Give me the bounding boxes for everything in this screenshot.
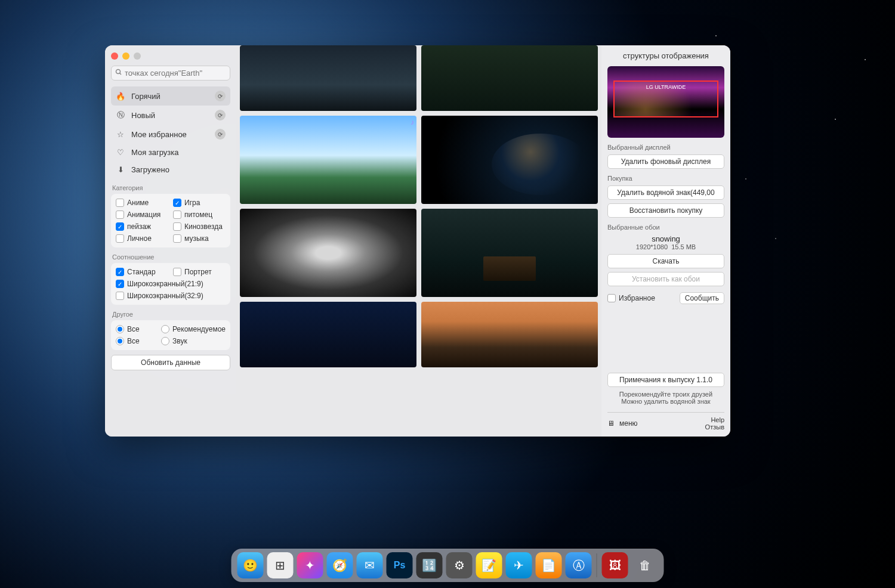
menu-button[interactable]: меню [619,419,638,428]
wallpaper-thumb[interactable]: ♪ [240,116,416,204]
dock-settings[interactable]: ⚙ [446,552,473,578]
dock-safari[interactable]: 🧭 [327,552,353,578]
left-sidebar: 🔥 Горячий ⟳ Ⓝ Новый ⟳ ☆ Мое избранное ⟳ … [105,45,236,437]
remove-watermark-button[interactable]: Удалить водяной знак(449,00 [607,185,724,200]
restore-purchase-button[interactable]: Восстановить покупку [607,203,724,218]
refresh-data-button[interactable]: Обновить данные [111,355,230,370]
cat-game[interactable]: ✓Игра [173,199,226,207]
ratio-standard[interactable]: ✓Стандар [116,268,168,276]
minimize-button[interactable] [122,52,129,60]
refresh-icon[interactable]: ⟳ [215,129,226,140]
panel-title: структуры отображения [607,51,724,60]
selected-display-frame[interactable]: LG ULTRAWIDE [613,81,718,117]
dock-launchpad[interactable]: ⊞ [267,552,294,578]
svg-line-1 [120,73,122,75]
heart-icon: ♡ [116,148,125,157]
wallpaper-size: 15.5 MB [671,243,696,250]
window-controls [111,52,230,60]
other-sound[interactable]: Звук [161,337,226,345]
favorite-checkbox[interactable]: Избранное [607,294,655,302]
dock-notes[interactable]: 📝 [476,552,502,578]
dock-calculator[interactable]: 🔢 [416,552,443,578]
cat-landscape[interactable]: ✓пейзаж [116,222,168,231]
cat-anime[interactable]: Аниме [116,199,168,207]
selected-wall-label: Выбранные обои [607,224,724,231]
cat-music[interactable]: музыка [173,234,226,243]
wallpaper-resolution: 1920*1080 [636,243,668,250]
cat-pet[interactable]: питомец [173,211,226,219]
other-all2[interactable]: Все [116,337,156,345]
other-all1[interactable]: Все [116,325,156,333]
selected-display-label: Выбранный дисплей [607,144,724,151]
flame-icon: 🔥 [116,92,125,101]
dock: 🙂 ⊞ ✦ 🧭 ✉ Ps 🔢 ⚙ 📝 ✈ 📄 Ⓐ 🖼 🗑 [232,549,664,582]
other-group: Все Рекомендуемое Все Звук [111,320,230,350]
wallpaper-thumb[interactable] [240,209,416,297]
refresh-icon[interactable]: ⟳ [215,91,226,101]
search-input[interactable] [125,69,226,78]
wallpaper-thumb[interactable] [421,209,598,297]
wallpaper-thumb[interactable] [240,45,416,111]
app-window: 🔥 Горячий ⟳ Ⓝ Новый ⟳ ☆ Мое избранное ⟳ … [105,45,730,437]
wallpaper-thumb[interactable] [421,302,598,367]
close-button[interactable] [111,52,118,60]
search-icon [115,69,122,78]
nav-downloads[interactable]: ♡ Моя загрузка [111,144,230,161]
ratio-label: Соотношение [112,253,230,261]
wallpaper-thumb[interactable] [240,302,416,367]
report-button[interactable]: Сообщить [680,292,724,304]
recommend-text: Порекомендуйте троих друзей Можно удалит… [607,391,724,405]
download-button[interactable]: Скачать [607,254,724,268]
delete-bg-button[interactable]: Удалить фоновый дисплея [607,154,724,169]
ratio-219[interactable]: ✓Широкоэкранный(21:9) [116,280,226,288]
dock-wallpaper-app[interactable]: 🖼 [602,552,628,578]
category-group: Аниме ✓Игра Анимация питомец ✓пейзаж Кин… [111,194,230,247]
feedback-link[interactable]: Отзыв [705,423,724,431]
dock-pages[interactable]: 📄 [536,552,562,578]
dock-trash[interactable]: 🗑 [632,552,658,578]
music-icon: ♪ [411,118,414,126]
star-icon: ☆ [116,130,125,139]
nav-hot[interactable]: 🔥 Горячий ⟳ [111,86,230,106]
other-recommended[interactable]: Рекомендуемое [161,325,226,333]
dock-finder[interactable]: 🙂 [237,552,264,578]
cat-personal[interactable]: Личное [116,234,168,243]
dock-telegram[interactable]: ✈ [506,552,532,578]
wallpaper-info: snowing 1920*1080 15.5 MB [607,234,724,250]
nav-loaded[interactable]: ⬇ Загружено [111,161,230,178]
nav-new-label: Новый [131,111,155,120]
refresh-icon[interactable]: ⟳ [215,110,226,120]
download-icon: ⬇ [116,165,125,174]
search-field[interactable] [111,66,230,81]
ratio-329[interactable]: Широкоэкранный(32:9) [116,292,226,300]
dock-mail[interactable]: ✉ [357,552,383,578]
display-name-label: LG ULTRAWIDE [646,84,686,90]
help-link[interactable]: Help [705,416,724,423]
nav-new[interactable]: Ⓝ Новый ⟳ [111,106,230,125]
cat-moviestar[interactable]: Кинозвезда [173,222,226,231]
release-notes-button[interactable]: Примечания к выпуску 1.1.0 [607,373,724,387]
wallpaper-name: snowing [607,234,724,243]
ratio-group: ✓Стандар Портрет ✓Широкоэкранный(21:9) Ш… [111,263,230,305]
right-panel: структуры отображения LG ULTRAWIDE Выбра… [601,45,730,437]
nav-loaded-label: Загружено [131,165,169,174]
other-label: Другое [112,311,230,318]
ratio-portrait[interactable]: Портрет [173,268,226,276]
nav-fav-label: Мое избранное [131,130,187,139]
cat-animation[interactable]: Анимация [116,211,168,219]
display-preview[interactable]: LG ULTRAWIDE [607,66,724,138]
dock-appstore[interactable]: Ⓐ [566,552,592,578]
nav-favorites[interactable]: ☆ Мое избранное ⟳ [111,125,230,144]
new-icon: Ⓝ [116,110,125,120]
dock-arc[interactable]: ✦ [297,552,323,578]
wallpaper-gallery: ♪ [236,45,601,437]
set-wallpaper-button[interactable]: Установить как обои [607,272,724,286]
wallpaper-thumb[interactable] [421,116,598,204]
purchase-label: Покупка [607,175,724,182]
wallpaper-thumb[interactable] [421,45,598,111]
screen-icon[interactable]: 🖥 [607,419,615,428]
maximize-button[interactable] [134,52,141,60]
dock-divider [597,553,597,577]
category-label: Категория [112,184,230,191]
dock-photoshop[interactable]: Ps [387,552,413,578]
